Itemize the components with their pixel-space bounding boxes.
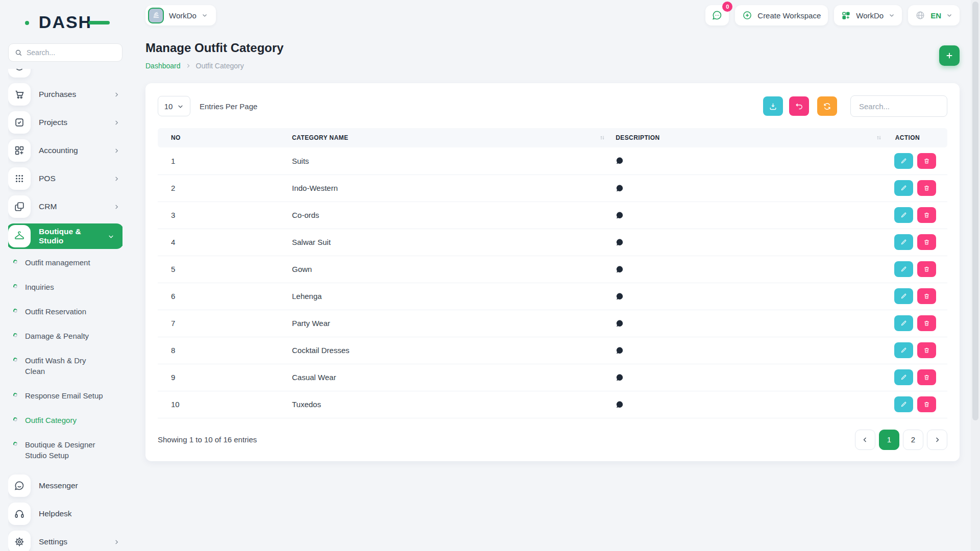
gear-icon: [8, 531, 31, 551]
workdo-menu-button[interactable]: WorkDo: [834, 5, 902, 26]
pagination-prev-button[interactable]: [855, 430, 875, 450]
scrollbar-thumb[interactable]: [972, 2, 978, 420]
sidebar-item-label: CRM: [39, 202, 57, 211]
description-bubble-icon[interactable]: [616, 292, 892, 300]
page-header: Manage Outfit Category Dashboard Outfit …: [145, 41, 960, 70]
edit-button[interactable]: [894, 342, 913, 358]
column-header-category-name[interactable]: CATEGORY NAME: [292, 128, 616, 147]
export-button[interactable]: [763, 96, 783, 116]
sidebar-item-label: Boutique & Studio: [39, 227, 100, 245]
edit-button[interactable]: [894, 180, 913, 196]
submenu-item-damage-penalty[interactable]: Damage & Penalty: [13, 331, 122, 341]
delete-button[interactable]: [917, 180, 936, 196]
sidebar-item-helpdesk[interactable]: Helpdesk: [8, 503, 122, 525]
delete-button[interactable]: [917, 261, 936, 277]
description-bubble-icon[interactable]: [616, 346, 892, 355]
delete-button[interactable]: [917, 369, 936, 385]
pagination-page-2[interactable]: 2: [903, 430, 923, 450]
entries-per-page-select[interactable]: 10: [158, 96, 190, 116]
submenu-item-inquiries[interactable]: Inquiries: [13, 282, 122, 292]
description-bubble-icon[interactable]: [616, 373, 892, 382]
chat-button[interactable]: 0: [705, 5, 729, 26]
sidebar-search[interactable]: [8, 43, 122, 62]
submenu-item-outfit-management[interactable]: Outfit management: [13, 257, 122, 268]
row-number: 2: [158, 174, 292, 202]
submenu-item-boutique-designer-studio-setup[interactable]: Boutique & Designer Studio Setup: [13, 439, 122, 461]
edit-button[interactable]: [894, 207, 913, 223]
sidebar-item-pos[interactable]: POS: [8, 167, 122, 190]
sidebar-item-settings[interactable]: Settings: [8, 531, 122, 551]
pencil-icon: [900, 401, 907, 408]
sort-icon[interactable]: [876, 135, 882, 141]
edit-button[interactable]: [894, 153, 913, 169]
grid-plus-icon: [8, 139, 31, 162]
description-bubble-icon[interactable]: [616, 157, 892, 165]
table-row: 9 Casual Wear: [158, 364, 947, 391]
submenu-item-outfit-reservation[interactable]: Outfit Reservation: [13, 306, 122, 317]
row-number: 8: [158, 337, 292, 364]
sidebar-item-boutique-studio[interactable]: Boutique & Studio: [8, 223, 122, 249]
delete-button[interactable]: [917, 315, 936, 331]
refresh-button[interactable]: [817, 96, 837, 116]
bullet-icon: [13, 392, 18, 397]
workspace-switcher[interactable]: WorkDo: [145, 5, 216, 26]
sidebar-item-partial[interactable]: [8, 69, 122, 78]
delete-button[interactable]: [917, 207, 936, 223]
create-workspace-button[interactable]: Create Workspace: [735, 5, 828, 26]
table-row: 8 Cocktail Dresses: [158, 337, 947, 364]
delete-button[interactable]: [917, 234, 936, 250]
sidebar-item-label: Purchases: [39, 90, 76, 99]
row-number: 3: [158, 202, 292, 229]
chevron-down-icon: [108, 233, 114, 240]
globe-icon: [915, 10, 925, 20]
table-search-input[interactable]: [850, 95, 947, 117]
description-bubble-icon[interactable]: [616, 319, 892, 328]
description-bubble-icon[interactable]: [616, 184, 892, 192]
table-row: 2 Indo-Western: [158, 174, 947, 202]
table-row: 4 Salwar Suit: [158, 229, 947, 256]
edit-button[interactable]: [894, 234, 913, 250]
language-selector[interactable]: EN: [908, 5, 960, 26]
pencil-icon: [900, 158, 907, 164]
sidebar-item-purchases[interactable]: Purchases: [8, 83, 122, 106]
description-bubble-icon[interactable]: [616, 400, 892, 409]
edit-button[interactable]: [894, 315, 913, 331]
hanger-icon: [8, 225, 31, 247]
column-header-no[interactable]: NO: [158, 128, 292, 147]
sidebar-item-projects[interactable]: Projects: [8, 111, 122, 134]
brand-logo[interactable]: DASH: [27, 12, 104, 32]
delete-button[interactable]: [917, 342, 936, 358]
sidebar-item-crm[interactable]: CRM: [8, 195, 122, 218]
reset-button[interactable]: [789, 96, 809, 116]
column-header-description[interactable]: DESCRIPTION: [616, 128, 892, 147]
edit-button[interactable]: [894, 261, 913, 277]
add-category-button[interactable]: [939, 45, 960, 66]
search-input[interactable]: [27, 48, 116, 57]
submenu-label: Outfit Category: [25, 415, 77, 425]
pagination-next-button[interactable]: [927, 430, 947, 450]
delete-button[interactable]: [917, 153, 936, 169]
breadcrumb-dashboard-link[interactable]: Dashboard: [145, 62, 181, 70]
page-title: Manage Outfit Category: [145, 41, 284, 55]
submenu-item-outfit-wash-dry-clean[interactable]: Outfit Wash & Dry Clean: [13, 355, 122, 377]
submenu-item-outfit-category[interactable]: Outfit Category: [13, 415, 122, 425]
edit-button[interactable]: [894, 396, 913, 412]
pagination-page-1[interactable]: 1: [879, 430, 899, 450]
description-bubble-icon[interactable]: [616, 211, 892, 219]
edit-button[interactable]: [894, 369, 913, 385]
cart-icon: [8, 83, 31, 106]
description-cell: [616, 283, 892, 310]
submenu-item-response-email-setup[interactable]: Response Email Setup: [13, 390, 122, 401]
sort-icon[interactable]: [599, 135, 605, 141]
category-table: NO CATEGORY NAME DESCRIPTION: [158, 128, 947, 418]
row-number: 1: [158, 147, 292, 174]
description-bubble-icon[interactable]: [616, 265, 892, 273]
page-scrollbar[interactable]: [971, 0, 980, 551]
sidebar-item-accounting[interactable]: Accounting: [8, 139, 122, 162]
delete-button[interactable]: [917, 396, 936, 412]
description-bubble-icon[interactable]: [616, 238, 892, 246]
sidebar-item-messenger[interactable]: Messenger: [8, 474, 122, 497]
edit-button[interactable]: [894, 288, 913, 304]
category-name: Cocktail Dresses: [292, 337, 616, 364]
delete-button[interactable]: [917, 288, 936, 304]
